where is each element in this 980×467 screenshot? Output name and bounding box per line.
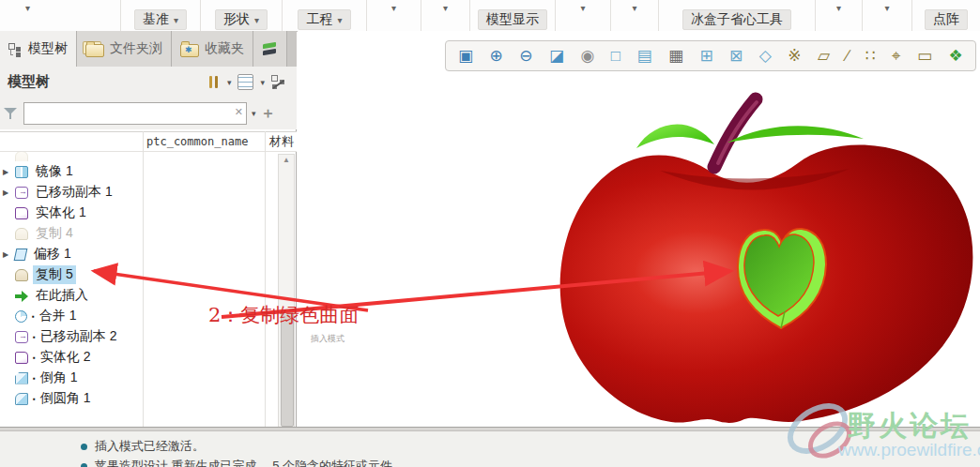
tree-item[interactable]: ▪倒角 1 (0, 368, 277, 388)
apple-leaf-right (727, 126, 864, 143)
tree-item-label[interactable]: 复制 5 (33, 265, 76, 284)
ribbon-split-button-3[interactable]: ▾ (421, 0, 470, 31)
model-display-button[interactable]: 模型显示 (478, 9, 547, 30)
ribbon-group-datum: 基准▾ (121, 0, 201, 31)
tree-search-input[interactable] (23, 102, 247, 125)
tree-item-label[interactable]: 复制 4 (33, 224, 76, 243)
tree-item-label[interactable]: 倒角 1 (38, 369, 81, 387)
shape-dropdown-button[interactable]: 形状▾ (215, 9, 268, 30)
tree-item-label[interactable]: 合并 1 (37, 307, 80, 325)
ribbon-split-button-4[interactable]: ▾ (556, 0, 611, 31)
tree-item[interactable] (0, 152, 277, 161)
tree-filter-row: ✕ ▾ ＋ (0, 98, 297, 129)
expand-icon[interactable]: ▶ (3, 250, 15, 259)
status-bullet-icon (81, 463, 87, 467)
axis-display-icon[interactable]: ∕ (846, 48, 849, 64)
tree-item[interactable]: 复制 5 (0, 264, 277, 285)
plane-display-icon[interactable]: ▱ (818, 48, 830, 64)
tree-item-label[interactable]: 已移动副本 1 (33, 183, 115, 202)
tree-settings-icon[interactable] (237, 74, 253, 90)
tree-item-label[interactable] (33, 156, 38, 158)
dot-matrix-button[interactable]: 点阵 (925, 9, 968, 30)
tab-layers[interactable] (253, 31, 287, 67)
tree-item[interactable]: ▪实体化 2 (0, 347, 277, 368)
suppressed-marker-icon: ▪ (33, 354, 36, 362)
tree-item-label[interactable]: 实体化 2 (38, 348, 94, 367)
model-tree-panel: 模型树 文件夹浏 收藏夹 模型树 ▾ ▾ (0, 31, 297, 430)
tab-folder-browser[interactable]: 文件夹浏 (77, 31, 172, 67)
section-view-icon[interactable]: ⊞ (699, 48, 712, 64)
ribbon-split-button-5[interactable]: ▾ (611, 0, 659, 31)
datum-dropdown-button[interactable]: 基准▾ (134, 9, 187, 30)
spin-center-icon[interactable]: ❖ (949, 48, 963, 64)
folder-browser-icon (85, 44, 104, 57)
tree-item[interactable]: ▪已移动副本 2 (0, 326, 277, 347)
ribbon-split-button-7[interactable]: ▾ (863, 0, 912, 31)
model-display-label: 模型显示 (486, 11, 539, 28)
icebox-label: 冰盒子省心工具 (691, 11, 783, 28)
tree-vertical-scrollbar[interactable]: ▲ ▼ (278, 154, 295, 438)
round-feature-icon (15, 393, 28, 405)
tree-item[interactable]: ▶已移动副本 1 (0, 182, 277, 203)
chevron-down-icon[interactable]: ▾ (227, 78, 232, 87)
section-offset-icon[interactable]: ⊠ (729, 48, 743, 64)
moved-copy-feature-icon (15, 187, 28, 199)
tree-item[interactable]: 复制 4 (0, 223, 277, 244)
column-ptc-common-name[interactable]: ptc_common_name (146, 135, 248, 148)
engineering-dropdown-button[interactable]: 工程▾ (298, 9, 350, 30)
annotation-display-icon[interactable]: ▭ (917, 48, 932, 64)
search-options-caret-icon[interactable]: ▾ (252, 109, 256, 118)
chevron-down-icon: ▾ (254, 16, 259, 25)
tree-tools-icon[interactable] (207, 75, 221, 89)
zoom-fit-icon[interactable]: ▣ (458, 48, 473, 64)
ribbon-split-button-2[interactable]: ▾ (367, 0, 421, 31)
ribbon-group-shape: 形状▾ (201, 0, 283, 31)
chevron-down-icon: ▾ (580, 4, 585, 13)
zoom-out-icon[interactable]: ⊖ (519, 48, 532, 64)
add-filter-button[interactable]: ＋ (261, 104, 276, 124)
icebox-tools-button[interactable]: 冰盒子省心工具 (682, 9, 791, 30)
chevron-down-icon[interactable]: ▾ (260, 78, 265, 87)
tree-item-label[interactable]: 实体化 1 (33, 203, 89, 222)
tree-item[interactable]: ▶偏移 1 (0, 244, 277, 264)
creo-application-window: ▾ 基准▾ 形状▾ 工程▾ ▾ ▾ 模型显示 ▾ ▾ 冰盒子省心工具 ▾ ▾ 点… (0, 0, 980, 467)
scroll-up-icon[interactable]: ▲ (279, 156, 294, 164)
tree-item-label[interactable]: 已移动副本 2 (38, 327, 120, 346)
column-material[interactable]: 材料 (269, 133, 294, 150)
display-style-icon[interactable]: □ (611, 48, 620, 64)
suppressed-marker-icon: ▪ (32, 312, 35, 321)
annotation-text: 2：复制绿色曲面 (208, 302, 359, 328)
csys-display-icon[interactable]: ⌖ (892, 48, 901, 64)
wireframe-cube-icon[interactable]: ◇ (759, 48, 772, 64)
tab-model-tree[interactable]: 模型树 (0, 31, 77, 67)
solidify-feature-icon (15, 207, 28, 219)
ribbon-group-engineering: 工程▾ (283, 0, 367, 31)
tab-favorites[interactable]: 收藏夹 (172, 31, 253, 67)
tree-item[interactable]: ▶镜像 1 (0, 161, 277, 182)
expand-icon[interactable]: ▶ (3, 168, 15, 176)
zoom-in-icon[interactable]: ⊕ (490, 48, 503, 64)
tree-item[interactable]: 实体化 1 (0, 203, 277, 223)
forum-watermark: 野火论坛 www.proewildfire.cn (782, 401, 980, 465)
saved-orientations-icon[interactable]: ▦ (668, 48, 683, 64)
expand-icon[interactable]: ▶ (3, 188, 15, 197)
tree-item-label[interactable]: 在此插入 (33, 286, 91, 305)
ribbon-split-button-1[interactable]: ▾ (0, 0, 121, 31)
hide-tree-icon[interactable] (271, 75, 287, 90)
shading-style-icon[interactable]: ◉ (580, 48, 594, 64)
clear-search-icon[interactable]: ✕ (235, 106, 243, 118)
tab-model-tree-label: 模型树 (28, 40, 68, 57)
tree-item[interactable]: ▪倒圆角 1 (0, 388, 277, 409)
apple-3d-model[interactable] (549, 84, 980, 433)
datum-display-filter-icon[interactable]: ※ (788, 48, 801, 64)
tree-item-label[interactable]: 偏移 1 (31, 245, 74, 264)
tree-item-label[interactable]: 倒圆角 1 (38, 389, 94, 408)
repaint-icon[interactable]: ◪ (549, 48, 564, 64)
insert-mode-watermark: 插入模式 (311, 333, 345, 345)
view-manager-icon[interactable]: ▤ (636, 48, 651, 64)
point-display-icon[interactable]: ∷ (865, 48, 876, 64)
filter-funnel-icon[interactable] (4, 107, 19, 120)
tree-item-label[interactable]: 镜像 1 (33, 162, 76, 181)
scrollbar-thumb[interactable] (281, 312, 294, 427)
ribbon-split-button-6[interactable]: ▾ (816, 0, 863, 31)
